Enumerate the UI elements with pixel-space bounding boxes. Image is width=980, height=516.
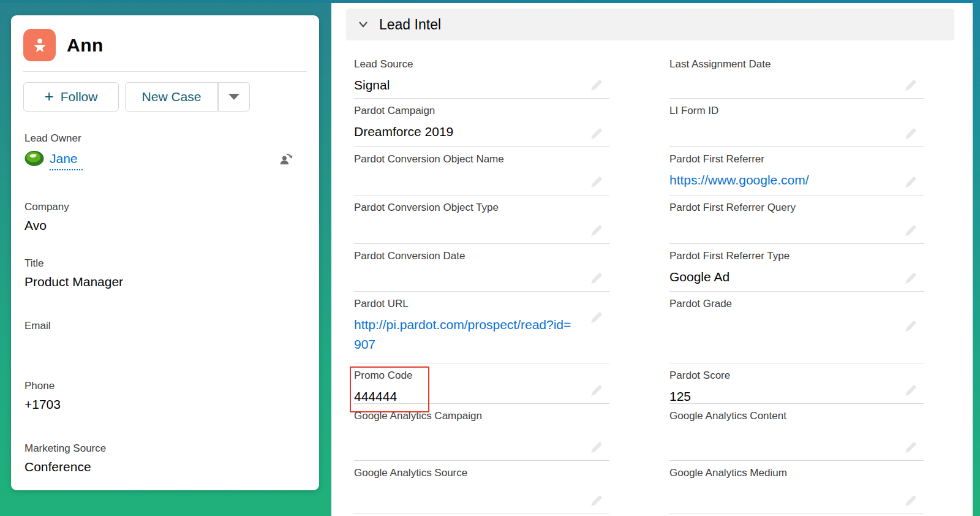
edit-pencil-icon[interactable] bbox=[589, 78, 603, 93]
field-value: Avo bbox=[24, 218, 306, 233]
edit-pencil-icon[interactable] bbox=[903, 224, 918, 238]
field-google-analytics-source: Google Analytics Source bbox=[354, 461, 609, 514]
field-li-form-id: LI Form ID bbox=[669, 99, 924, 147]
follow-button[interactable]: + Follow bbox=[23, 82, 119, 112]
edit-pencil-icon[interactable] bbox=[589, 271, 603, 286]
edit-pencil-icon[interactable] bbox=[589, 127, 603, 141]
dropdown-triangle-icon bbox=[228, 94, 239, 100]
field-value: 444444 bbox=[354, 387, 412, 406]
field-value: Signal bbox=[354, 75, 609, 95]
field-pardot-first-referrer-type: Pardot First Referrer Type Google Ad bbox=[669, 244, 924, 292]
field-label: Last Assignment Date bbox=[669, 58, 924, 70]
section-title: Lead Intel bbox=[379, 17, 441, 33]
field-pardot-url: Pardot URL http://pi.pardot.com/prospect… bbox=[354, 292, 609, 363]
field-label: Title bbox=[24, 257, 306, 270]
window-right-border bbox=[973, 0, 980, 516]
field-value: Google Ad bbox=[669, 267, 924, 287]
edit-pencil-icon[interactable] bbox=[589, 384, 603, 398]
edit-pencil-icon[interactable] bbox=[903, 441, 918, 455]
field-value: +1703 bbox=[24, 397, 306, 412]
follow-button-label: Follow bbox=[61, 89, 98, 104]
field-promo-code: Promo Code 444444 bbox=[354, 363, 609, 404]
field-marketing-source: Marketing Source Conference bbox=[11, 442, 319, 474]
lead-icon bbox=[23, 29, 56, 61]
edit-pencil-icon[interactable] bbox=[589, 494, 603, 508]
field-value: Conference bbox=[24, 460, 306, 474]
record-name: Ann bbox=[67, 35, 104, 56]
lead-intel-panel: Lead Intel Lead Source Signal Last Assig… bbox=[331, 3, 973, 516]
field-label: Pardot First Referrer Type bbox=[669, 250, 924, 262]
field-label: Promo Code bbox=[354, 370, 412, 382]
edit-pencil-icon[interactable] bbox=[903, 319, 918, 333]
field-value: 125 bbox=[669, 387, 924, 406]
avocado-avatar bbox=[24, 150, 44, 167]
field-label: Company bbox=[24, 201, 306, 213]
new-case-dropdown-button[interactable] bbox=[218, 82, 250, 112]
edit-pencil-icon[interactable] bbox=[903, 175, 918, 189]
edit-pencil-icon[interactable] bbox=[903, 78, 918, 93]
field-label: Marketing Source bbox=[24, 442, 306, 455]
field-label: Pardot Score bbox=[669, 370, 924, 382]
edit-pencil-icon[interactable] bbox=[589, 311, 603, 325]
edit-pencil-icon[interactable] bbox=[903, 271, 918, 286]
window-top-border bbox=[0, 0, 980, 3]
field-pardot-first-referrer-query: Pardot First Referrer Query bbox=[669, 195, 924, 244]
field-value: Dreamforce 2019 bbox=[354, 122, 609, 142]
edit-pencil-icon[interactable] bbox=[903, 127, 918, 141]
lead-owner-link[interactable]: Jane bbox=[50, 151, 78, 166]
edit-pencil-icon[interactable] bbox=[903, 384, 918, 398]
field-label: Pardot First Referrer bbox=[669, 153, 924, 165]
field-label: Google Analytics Campaign bbox=[354, 410, 609, 422]
field-value: Product Manager bbox=[24, 275, 306, 289]
field-label: Lead Source bbox=[354, 58, 609, 70]
field-label: Pardot URL bbox=[354, 298, 609, 310]
field-label: Lead Owner bbox=[24, 132, 306, 145]
field-pardot-conversion-object-name: Pardot Conversion Object Name bbox=[354, 147, 609, 195]
plus-icon: + bbox=[45, 88, 54, 104]
edit-pencil-icon[interactable] bbox=[589, 224, 603, 238]
field-label: Google Analytics Content bbox=[669, 410, 924, 422]
card-header: Ann bbox=[11, 15, 319, 71]
field-google-analytics-campaign: Google Analytics Campaign bbox=[354, 404, 609, 461]
field-google-analytics-content: Google Analytics Content bbox=[669, 404, 924, 461]
edit-pencil-icon[interactable] bbox=[903, 494, 918, 508]
field-google-analytics-medium: Google Analytics Medium bbox=[669, 461, 924, 514]
lead-intel-section-header[interactable]: Lead Intel bbox=[346, 9, 954, 40]
field-pardot-score: Pardot Score 125 bbox=[669, 363, 924, 404]
field-title: Title Product Manager bbox=[11, 257, 319, 289]
field-label: Pardot First Referrer Query bbox=[669, 202, 924, 214]
field-label: Google Analytics Medium bbox=[669, 467, 924, 479]
lead-owner-row: Jane bbox=[24, 150, 306, 167]
lead-intel-field-grid: Lead Source Signal Last Assignment Date … bbox=[331, 52, 973, 514]
new-case-button[interactable]: New Case bbox=[125, 82, 218, 112]
field-label: Pardot Conversion Object Name bbox=[354, 153, 609, 165]
salesforce-lead-page: Ann + Follow New Case Lead Owner bbox=[0, 0, 980, 516]
owner-dotted-underline bbox=[50, 169, 83, 170]
field-pardot-campaign: Pardot Campaign Dreamforce 2019 bbox=[354, 99, 609, 147]
field-phone: Phone +1703 bbox=[11, 380, 319, 412]
field-label: Pardot Campaign bbox=[354, 105, 609, 117]
field-label: Phone bbox=[24, 380, 306, 392]
edit-pencil-icon[interactable] bbox=[589, 441, 603, 455]
field-email: Email bbox=[11, 320, 319, 332]
field-lead-owner: Lead Owner Jane bbox=[11, 132, 319, 170]
field-pardot-conversion-object-type: Pardot Conversion Object Type bbox=[354, 195, 609, 244]
field-pardot-conversion-date: Pardot Conversion Date bbox=[354, 244, 609, 292]
field-company: Company Avo bbox=[11, 201, 319, 233]
field-value-link[interactable]: https://www.google.com/ bbox=[669, 170, 924, 190]
new-case-button-label: New Case bbox=[142, 89, 202, 104]
field-value-link[interactable]: http://pi.pardot.com/prospect/read?id=90… bbox=[354, 315, 609, 354]
field-label: Google Analytics Source bbox=[354, 467, 609, 479]
field-last-assignment-date: Last Assignment Date bbox=[669, 52, 924, 99]
field-label: Pardot Conversion Date bbox=[354, 250, 609, 262]
edit-pencil-icon[interactable] bbox=[589, 175, 603, 189]
action-button-row: + Follow New Case bbox=[11, 72, 319, 112]
field-pardot-first-referrer: Pardot First Referrer https://www.google… bbox=[669, 147, 924, 195]
field-label: LI Form ID bbox=[669, 105, 924, 117]
change-owner-icon[interactable] bbox=[278, 151, 295, 170]
field-lead-source: Lead Source Signal bbox=[354, 52, 609, 99]
field-label: Email bbox=[24, 320, 306, 332]
chevron-down-icon[interactable] bbox=[356, 18, 370, 31]
lead-highlights-card: Ann + Follow New Case Lead Owner bbox=[11, 15, 319, 490]
field-pardot-grade: Pardot Grade bbox=[669, 292, 924, 363]
